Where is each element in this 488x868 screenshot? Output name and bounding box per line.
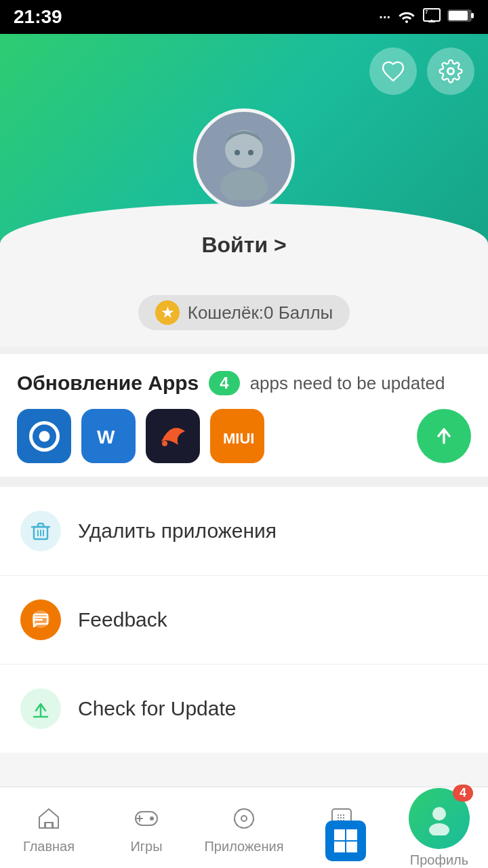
wallet-text: Кошелёк:0 Баллы	[188, 302, 333, 323]
apps-update-header: Обновление Apps 4 apps need to be update…	[17, 371, 471, 395]
apps-update-badge: 4	[209, 371, 239, 395]
dots-icon: ···	[379, 9, 390, 25]
nav-home-label: Главная	[23, 839, 75, 854]
status-bar: 21:39 ···	[0, 0, 488, 34]
menu-item-delete[interactable]: Удалить приложения	[0, 487, 488, 576]
screen-cast-icon	[423, 8, 441, 26]
delete-icon-container	[20, 511, 61, 551]
apps-update-subtitle: apps need to be updated	[250, 373, 445, 394]
check-update-icon	[28, 696, 53, 721]
svg-rect-2	[449, 11, 468, 20]
feedback-icon-container	[20, 599, 61, 640]
app-icon-4[interactable]: MIUI	[210, 409, 264, 463]
nav-item-games[interactable]: Игры	[98, 795, 195, 861]
header-area: Войти >	[0, 34, 488, 285]
wallet-coin-icon: ★	[155, 300, 180, 325]
wallet-container: ★ Кошелёк:0 Баллы	[0, 285, 488, 347]
avatar-image	[203, 119, 285, 200]
settings-button[interactable]	[427, 47, 474, 95]
wallet-badge[interactable]: ★ Кошелёк:0 Баллы	[138, 295, 350, 330]
app-1-icon	[26, 418, 63, 455]
svg-text:W: W	[97, 427, 115, 448]
svg-point-20	[241, 816, 247, 821]
header-icon-buttons	[369, 47, 474, 95]
svg-point-7	[248, 150, 253, 155]
bottom-navigation: Главная Игры Приложения	[0, 787, 488, 868]
app-3-icon	[155, 418, 192, 455]
avatar[interactable]	[193, 108, 295, 210]
svg-rect-26	[346, 829, 357, 840]
gear-icon	[439, 59, 463, 83]
app-4-icon: MIUI	[219, 418, 256, 455]
windows-overlay[interactable]	[325, 821, 366, 861]
windows-icon	[332, 827, 359, 854]
battery-icon	[447, 8, 474, 26]
apps-icon	[227, 802, 261, 835]
svg-rect-3	[471, 13, 474, 18]
svg-point-18	[150, 816, 154, 821]
profile-circle: 4	[409, 788, 470, 849]
app-icon-2[interactable]: W	[81, 409, 136, 463]
apps-update-section: Обновление Apps 4 apps need to be update…	[0, 354, 488, 477]
check-update-label: Check for Update	[78, 697, 236, 720]
svg-point-8	[220, 170, 268, 200]
svg-point-24	[429, 823, 449, 835]
menu-section: Удалить приложения Feedback Check for Up…	[0, 487, 488, 753]
profile-badge: 4	[453, 785, 473, 802]
update-icon-container	[20, 688, 61, 729]
feedback-label: Feedback	[78, 608, 167, 631]
apps-update-title: Обновление Apps	[17, 372, 199, 395]
profile-icon	[422, 802, 456, 835]
wifi-icon	[397, 8, 416, 26]
svg-point-4	[448, 68, 454, 75]
menu-item-check-update[interactable]: Check for Update	[0, 665, 488, 753]
apps-icons-row: W MIUI	[17, 409, 471, 463]
games-icon	[129, 802, 163, 835]
svg-point-12	[162, 441, 167, 446]
upload-icon	[430, 422, 458, 450]
status-time: 21:39	[14, 6, 62, 28]
svg-rect-27	[334, 842, 345, 852]
menu-item-feedback[interactable]: Feedback	[0, 576, 488, 665]
app-icon-3[interactable]	[146, 409, 200, 463]
app-icons-list: W MIUI	[17, 409, 264, 463]
home-icon	[32, 802, 66, 835]
svg-point-23	[432, 807, 446, 821]
delete-apps-label: Удалить приложения	[78, 519, 277, 542]
svg-rect-25	[334, 829, 345, 840]
svg-text:MIUI: MIUI	[223, 430, 254, 447]
svg-rect-16	[45, 823, 52, 828]
nav-item-home[interactable]: Главная	[0, 795, 98, 861]
nav-profile-label: Профиль	[410, 852, 468, 868]
app-2-icon: W	[90, 418, 127, 455]
heart-icon	[381, 59, 405, 83]
svg-point-10	[39, 431, 49, 441]
update-all-button[interactable]	[417, 409, 471, 463]
nav-apps-label: Приложения	[204, 839, 283, 854]
svg-point-6	[235, 150, 240, 155]
nav-item-apps[interactable]: Приложения	[195, 795, 293, 861]
nav-item-profile[interactable]: 4 Профиль	[390, 788, 488, 868]
status-icons: ···	[379, 8, 474, 26]
feedback-icon	[28, 608, 53, 632]
favorites-button[interactable]	[369, 47, 417, 95]
trash-icon	[28, 519, 53, 543]
svg-rect-28	[346, 842, 357, 852]
nav-games-label: Игры	[130, 839, 162, 854]
login-button[interactable]: Войти >	[201, 233, 286, 258]
app-icon-1[interactable]	[17, 409, 71, 463]
